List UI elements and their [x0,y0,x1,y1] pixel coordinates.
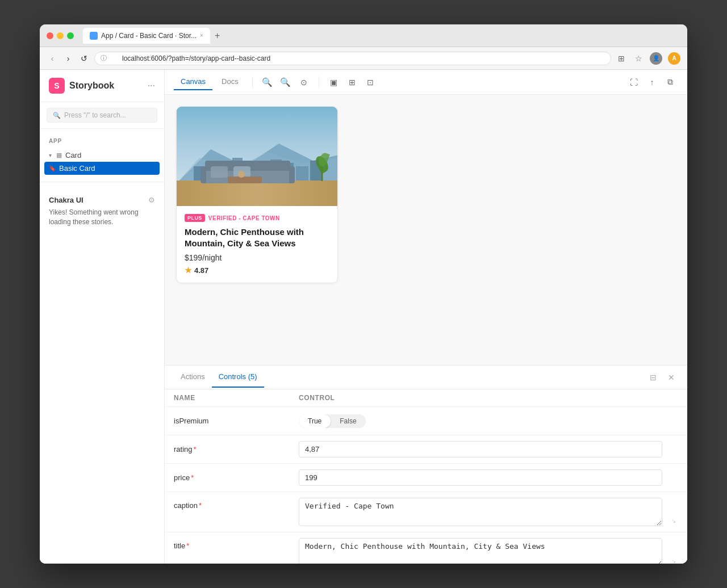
grid-icon: ▦ [56,152,62,159]
star-icon: ★ [185,266,192,275]
layout-grid-icon: ⊞ [349,78,356,87]
header-control: Control [299,394,658,402]
card-component: PLUS VERIFIED - CAPE TOWN Modern, Chic P… [176,106,338,283]
chakra-title: Chakra UI [49,196,83,204]
title-row: title* Modern, Chic Penthouse with Mount… [165,532,687,564]
layout-single-icon: ▣ [330,78,337,87]
sidebar-item-basic-card[interactable]: 🔖 Basic Card [44,162,160,175]
controls-table: Name Control isPremium True False [165,389,687,564]
fullscreen-btn[interactable]: ⛶ [626,74,642,90]
actions-tab[interactable]: Actions [174,367,212,388]
zoom-reset-icon: ⊙ [300,78,307,87]
price-label: price* [174,473,299,482]
content-area: Canvas Docs 🔍 🔍 ⊙ ▣ [165,70,687,564]
refresh-btn[interactable]: ↺ [78,54,90,63]
caption-textarea[interactable]: Verified - Cape Town [299,498,662,526]
zoom-in-btn[interactable]: 🔍 [278,74,294,90]
title-textarea[interactable]: Modern, Chic Penthouse with Mountain, Ci… [299,538,662,564]
rating-input[interactable] [299,441,662,457]
address-bar: ‹ › ↺ ⓘ localhost:6006/?path=/story/app-… [40,47,687,70]
layout-panel-icon: ⊡ [367,78,374,87]
caption-required: * [199,501,202,510]
is-premium-row: isPremium True False [165,407,687,435]
card-badges: PLUS VERIFIED - CAPE TOWN [185,214,329,222]
chakra-settings-icon[interactable]: ⚙ [148,196,155,204]
storybook-logo-icon: S [49,78,65,94]
new-tab-btn[interactable]: + [215,31,220,41]
toggle-true-btn[interactable]: True [299,414,331,428]
zoom-reset-btn[interactable]: ⊙ [296,74,312,90]
toggle-false-btn[interactable]: False [331,414,365,428]
header-name: Name [174,394,299,402]
is-premium-name: isPremium [174,417,208,425]
chakra-section: Chakra UI ⚙ Yikes! Something went wrong … [40,189,164,234]
translate-icon[interactable]: ⊞ [616,53,627,64]
price-required: * [191,473,194,482]
is-premium-toggle[interactable]: True False [299,414,366,428]
user-avatar[interactable]: 👤 [650,52,662,65]
docs-tab[interactable]: Docs [215,74,245,90]
tab-close-btn[interactable]: × [200,32,203,39]
price-input[interactable] [299,469,662,486]
table-object [238,171,245,178]
sidebar-nav: APP ▾ ▦ Card 🔖 Basic Card Chakra UI ⚙ [40,129,164,564]
rating-label: rating* [174,445,299,453]
forward-btn[interactable]: › [62,54,74,63]
sidebar-item-card[interactable]: ▾ ▦ Card [40,149,164,162]
minimize-button[interactable] [57,32,64,39]
sidebar-item-basic-card-label: Basic Card [59,164,95,173]
chevron-down-icon: ▾ [49,152,52,158]
sidebar-menu-btn[interactable]: ··· [148,81,155,91]
new-tab-icon: ⧉ [667,77,673,87]
card-body: PLUS VERIFIED - CAPE TOWN Modern, Chic P… [177,206,337,283]
nav-section-label: APP [40,136,164,149]
tab-title: App / Card - Basic Card · Stor... [101,32,197,40]
controls-tab[interactable]: Controls (5) [212,367,264,388]
bookmark-icon[interactable]: ☆ [633,53,644,64]
toolbar-divider [252,77,253,88]
floor [177,180,337,206]
controls-header-row: Name Control [165,389,687,407]
bookmark-icon: 🔖 [49,165,56,171]
browser-toolbar-right: ⊞ ☆ 👤 A [616,52,680,65]
address-input[interactable]: ⓘ localhost:6006/?path=/story/app-card--… [94,52,611,65]
close-button[interactable] [47,32,53,39]
active-tab[interactable]: App / Card - Basic Card · Stor... × [83,28,210,44]
card-image-scene [177,107,337,206]
card-title: Modern, Chic Penthouse with Mountain, Ci… [185,226,329,249]
layout-single-btn[interactable]: ▣ [326,74,342,90]
layout-grid-btn[interactable]: ⊞ [344,74,360,90]
title-bar: App / Card - Basic Card · Stor... × + [40,24,687,47]
rating-control [299,441,678,457]
new-tab-icon-btn[interactable]: ⧉ [662,74,678,90]
user-profile[interactable]: A [668,52,680,65]
canvas-area: PLUS VERIFIED - CAPE TOWN Modern, Chic P… [165,95,687,365]
controls-layout-btn[interactable]: ⊟ [646,371,660,384]
is-premium-label: isPremium [174,417,299,425]
zoom-out-icon: 🔍 [262,77,273,87]
canvas-tab[interactable]: Canvas [174,74,212,90]
is-premium-control: True False [299,414,678,428]
search-input[interactable]: 🔍 Press "/" to search... [47,108,157,123]
pillow-1 [211,166,228,178]
search-icon: 🔍 [53,112,61,119]
zoom-out-btn[interactable]: 🔍 [260,74,275,90]
coffee-table [228,177,262,183]
back-btn[interactable]: ‹ [47,54,58,63]
rating-row: rating* [165,435,687,464]
sidebar-item-card-label: Card [65,151,81,159]
storybook-logo-text: Storybook [69,81,114,91]
search-placeholder: Press "/" to search... [64,111,126,119]
layout-panel-btn[interactable]: ⊡ [362,74,378,90]
price-control [299,469,678,486]
chakra-header: Chakra UI ⚙ [49,196,155,204]
price-row: price* [165,464,687,492]
maximize-button[interactable] [67,32,74,39]
title-control: Modern, Chic Penthouse with Mountain, Ci… [299,538,678,564]
lock-icon: ⓘ [101,54,107,62]
controls-close-btn[interactable]: ✕ [665,371,678,384]
storybook-logo: S Storybook [49,78,114,94]
chakra-error: Yikes! Something went wrong loading thes… [49,208,155,227]
resize-handle: ↘ [671,518,676,524]
share-btn[interactable]: ↑ [644,74,660,90]
